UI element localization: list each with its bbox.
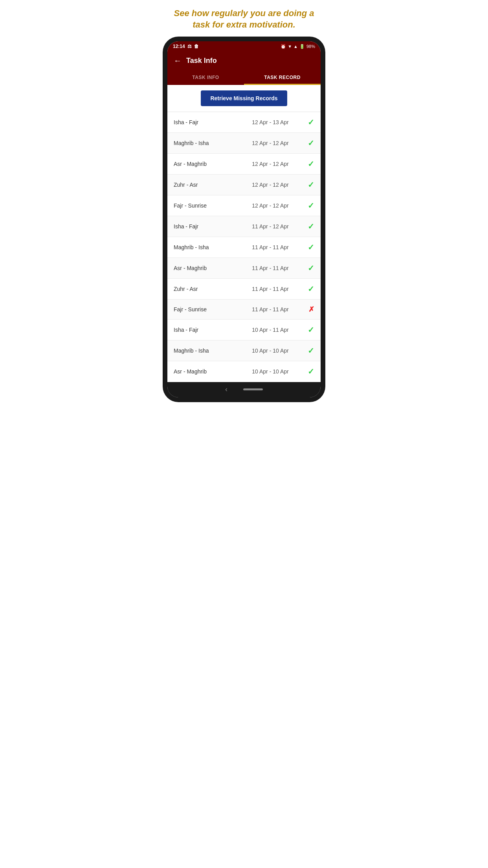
record-dates-label: 11 Apr - 11 Apr — [238, 286, 303, 292]
checkmark-icon: ✓ — [303, 138, 314, 148]
table-row: Isha - Fajr11 Apr - 12 Apr✓ — [167, 216, 321, 237]
retrieve-row: Retrieve Missing Records — [167, 85, 321, 112]
records-list: Isha - Fajr12 Apr - 13 Apr✓Maghrib - Ish… — [167, 112, 321, 382]
record-task-label: Zuhr - Asr — [174, 182, 238, 188]
checkmark-icon: ✓ — [303, 243, 314, 252]
signal-icon: ▲ — [294, 44, 298, 49]
checkmark-icon: ✓ — [303, 201, 314, 210]
cross-icon: ✗ — [303, 305, 314, 314]
record-task-label: Isha - Fajr — [174, 119, 238, 125]
app-bar: ← Task Info — [167, 51, 321, 70]
scale-icon: ⚖ — [187, 44, 192, 49]
table-row: Maghrib - Isha11 Apr - 11 Apr✓ — [167, 237, 321, 258]
table-row: Asr - Maghrib10 Apr - 10 Apr✓ — [167, 361, 321, 382]
app-bar-title: Task Info — [186, 57, 217, 65]
table-row: Asr - Maghrib12 Apr - 12 Apr✓ — [167, 154, 321, 175]
record-task-label: Maghrib - Isha — [174, 140, 238, 146]
record-task-label: Asr - Maghrib — [174, 161, 238, 167]
record-task-label: Zuhr - Asr — [174, 286, 238, 292]
tab-task-record[interactable]: TASK RECORD — [244, 70, 321, 85]
record-task-label: Maghrib - Isha — [174, 348, 238, 354]
tabs-bar: TASK INFO TASK RECORD — [167, 70, 321, 85]
back-button[interactable]: ← — [174, 56, 182, 65]
table-row: Zuhr - Asr12 Apr - 12 Apr✓ — [167, 175, 321, 195]
table-row: Isha - Fajr12 Apr - 13 Apr✓ — [167, 112, 321, 133]
checkmark-icon: ✓ — [303, 180, 314, 189]
record-dates-label: 11 Apr - 12 Apr — [238, 223, 303, 230]
record-task-label: Maghrib - Isha — [174, 244, 238, 250]
record-task-label: Isha - Fajr — [174, 327, 238, 333]
table-row: Fajr - Sunrise11 Apr - 11 Apr✗ — [167, 300, 321, 320]
record-task-label: Fajr - Sunrise — [174, 306, 238, 313]
table-row: Asr - Maghrib11 Apr - 11 Apr✓ — [167, 258, 321, 279]
phone-screen: 12:14 ⚖ 🗑 ⏰ ▼ ▲ 🔋 98% ← Task Info — [167, 41, 321, 397]
record-dates-label: 12 Apr - 12 Apr — [238, 182, 303, 188]
record-dates-label: 11 Apr - 11 Apr — [238, 306, 303, 313]
checkmark-icon: ✓ — [303, 325, 314, 335]
table-row: Maghrib - Isha12 Apr - 12 Apr✓ — [167, 133, 321, 154]
checkmark-icon: ✓ — [303, 263, 314, 273]
back-nav-icon[interactable]: ‹ — [225, 385, 227, 394]
battery-display: 🔋 — [299, 44, 305, 49]
checkmark-icon: ✓ — [303, 367, 314, 376]
record-dates-label: 11 Apr - 11 Apr — [238, 244, 303, 250]
record-dates-label: 10 Apr - 11 Apr — [238, 327, 303, 333]
table-row: Maghrib - Isha10 Apr - 10 Apr✓ — [167, 340, 321, 361]
alarm-icon: ⏰ — [281, 44, 286, 49]
status-left: 12:14 ⚖ 🗑 — [173, 44, 199, 49]
record-dates-label: 11 Apr - 11 Apr — [238, 265, 303, 271]
status-bar: 12:14 ⚖ 🗑 ⏰ ▼ ▲ 🔋 98% — [167, 41, 321, 51]
tab-task-info[interactable]: TASK INFO — [167, 70, 244, 85]
record-task-label: Asr - Maghrib — [174, 368, 238, 375]
page-wrapper: See how regularly you are doing a task f… — [163, 0, 325, 410]
content-area: Retrieve Missing Records Isha - Fajr12 A… — [167, 85, 321, 382]
battery-percent: 98% — [306, 44, 315, 49]
status-right: ⏰ ▼ ▲ 🔋 98% — [281, 44, 315, 49]
retrieve-missing-records-button[interactable]: Retrieve Missing Records — [201, 90, 287, 106]
phone-device: 12:14 ⚖ 🗑 ⏰ ▼ ▲ 🔋 98% ← Task Info — [163, 37, 325, 402]
record-dates-label: 10 Apr - 10 Apr — [238, 368, 303, 375]
time-display: 12:14 — [173, 44, 185, 49]
record-dates-label: 10 Apr - 10 Apr — [238, 348, 303, 354]
motivation-text: See how regularly you are doing a task f… — [163, 0, 325, 37]
table-row: Fajr - Sunrise12 Apr - 12 Apr✓ — [167, 195, 321, 216]
record-dates-label: 12 Apr - 12 Apr — [238, 202, 303, 209]
checkmark-icon: ✓ — [303, 284, 314, 294]
trash-icon: 🗑 — [194, 44, 199, 49]
checkmark-icon: ✓ — [303, 118, 314, 127]
bottom-nav-bar: ‹ — [167, 382, 321, 397]
checkmark-icon: ✓ — [303, 159, 314, 169]
record-dates-label: 12 Apr - 12 Apr — [238, 161, 303, 167]
record-task-label: Asr - Maghrib — [174, 265, 238, 271]
table-row: Isha - Fajr10 Apr - 11 Apr✓ — [167, 320, 321, 340]
record-task-label: Fajr - Sunrise — [174, 202, 238, 209]
wifi-icon: ▼ — [288, 44, 292, 49]
checkmark-icon: ✓ — [303, 222, 314, 231]
record-dates-label: 12 Apr - 12 Apr — [238, 140, 303, 146]
home-pill[interactable] — [243, 388, 263, 390]
record-task-label: Isha - Fajr — [174, 223, 238, 230]
checkmark-icon: ✓ — [303, 346, 314, 355]
table-row: Zuhr - Asr11 Apr - 11 Apr✓ — [167, 279, 321, 300]
record-dates-label: 12 Apr - 13 Apr — [238, 119, 303, 125]
